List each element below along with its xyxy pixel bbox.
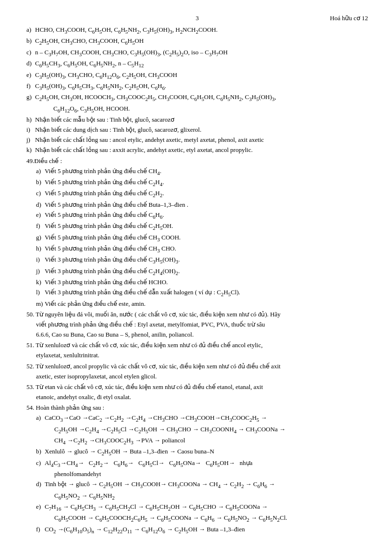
item-g: g) C2H5OH, CH3OH, HCOOCH3, CH3COOC2H5, C… [26, 92, 368, 103]
item-54f: f) CO2 →(C6H10O5)n → C12H22O11 → C6H12O6… [36, 525, 368, 535]
item-54: 54. Hoàn thành phản ứng sau : [26, 403, 368, 413]
item-54d-cont: C6H5NO2 → C6H5NH2 [54, 491, 368, 502]
item-49f: f) Viết 5 phương trình phản ứng điều chế… [36, 221, 368, 232]
item-a: a) HCHO, CH3COOH, C6H5OH, C6H5NH2, C3H5(… [26, 25, 368, 36]
item-52: 52. Từ xenlulozơ, ancol propylic và các … [26, 362, 368, 371]
item-49h: h) Viết 5 phương trình phản ứng điều chế… [36, 244, 368, 254]
item-49m: m) Viết các phản ứng điều chế este, amin… [36, 299, 368, 309]
item-54a-cont1: C2H5OH →C2H4 →C2H5Cl →C2H5OH → CH3CHO → … [54, 425, 368, 435]
page-header: 3 Hoá hữu cơ 12 [26, 14, 368, 22]
item-50-cont1: viết phương trình phản ứng điều chế : Et… [36, 320, 368, 329]
item-54e-cont: C6H5COOH → C6H5COOCH2C6H5 → C6H5COONa → … [54, 513, 368, 524]
item-49c: c) Viết 5 phương trình phản ứng điều chế… [36, 188, 368, 199]
item-f: f) C3H5(OH)3, C6H5CH3, C6H5NH2, C2H5OH, … [26, 81, 368, 92]
item-53-cont: etanoic, andehyt oxalic, đi etyl oxalat. [36, 392, 368, 402]
item-54b: b) Xenlulô → glucô → C2H5OH → Buta –1,3–… [36, 447, 368, 457]
item-54a: a) CaCO3→CaO →CaC2 →C2H2 →C2H4 →CH3CHO →… [36, 413, 368, 424]
item-49k: k) Viết 3 phương trình phản ứng điều chế… [36, 277, 368, 287]
item-k: k) Nhận biết các chất lỏng sau : axxit a… [26, 145, 368, 155]
item-54e: e) C7H16 → C6H5CH3 → C6H5CH2Cl → C6H5CH2… [36, 502, 368, 513]
item-51-cont: etylaxetat, xenlultrinitrat. [36, 351, 368, 360]
item-54d: d) Tinh bột → glucô → C2H5OH → CH3COOH→ … [36, 479, 368, 490]
item-49d: d) Viết 5 phương trình phản ứng điều chế… [36, 200, 368, 210]
item-49g: g) Viết 5 phương trình phản ứng điều chế… [36, 233, 368, 243]
item-49b: b) Viết 5 phương trình phản ứng điều chế… [36, 177, 368, 188]
item-49a: a) Viết 5 phương trình phản ứng điều chế… [36, 166, 368, 177]
page-number: 3 [140, 14, 254, 22]
item-i: i) Nhận biết các dung dịch sau : Tinh bộ… [26, 125, 368, 135]
item-e: e) C3H5(OH)3, CH3CHO, C6H12O6, C2H5OH, C… [26, 70, 368, 81]
item-54c-cont: phenolfomandehyt [54, 469, 368, 479]
item-c: c) n – C3H7OH, CH3COOH, CH3CHO, C3H5(OH)… [26, 48, 368, 58]
page-title: Hoá hữu cơ 12 [254, 14, 368, 22]
item-54a-cont2: CH4 →C2H2 →CH3COOC2H3 →PVA → poliancol [54, 436, 368, 446]
item-50-cont2: 6.6.6, Cao su Buna, Cao su Buna – S, phe… [36, 330, 368, 339]
item-53: 53. Từ etan và các chất vô cơ, xúc tác, … [26, 382, 368, 392]
main-content: a) HCHO, CH3COOH, C6H5OH, C6H5NH2, C3H5(… [26, 25, 368, 535]
item-49e: e) Viết 5 phương trình phản ứng điều chế… [36, 210, 368, 221]
item-49j: j) Viết 3 phương trình phản ứng điều chế… [36, 266, 368, 277]
item-54-section: a) CaCO3→CaO →CaC2 →C2H2 →C2H4 →CH3CHO →… [36, 413, 368, 535]
item-49i: i) Viết 3 phương trình phản ứng điều chế… [36, 255, 368, 265]
item-49: 49.Điều chế : [26, 156, 368, 166]
item-g-cont: C6H12O6, C3H5OH, HCOOH. [53, 104, 368, 114]
item-52-cont: axetic, ester isopropylaxetat, ancol ety… [36, 372, 368, 381]
item-d: d) C6H5CH3, C6H5OH, C6H5NH2, n – C5H12 [26, 59, 368, 69]
item-h: h) Nhận biết các mẫu bột sau : Tinh bột,… [26, 115, 368, 125]
item-49l: l) Viết 3 phương trình phản ứng điều chế… [36, 288, 368, 298]
item-51: 51. Từ xenlulozơ và các chất vô cơ, xúc … [26, 340, 368, 350]
item-b: b) C2H5OH, CH3CHO, CH3COOH, C6H5OH [26, 36, 368, 47]
item-50: 50. Từ nguyên liệu đá vôi, muối ăn, nước… [26, 310, 368, 319]
item-54c: c) Al4C3→CH4→ C2H2→ C6H6→ C6H5Cl→ C6H5ON… [36, 458, 368, 469]
item-j: j) Nhận biết các chất lỏng sau : ancol e… [26, 135, 368, 145]
